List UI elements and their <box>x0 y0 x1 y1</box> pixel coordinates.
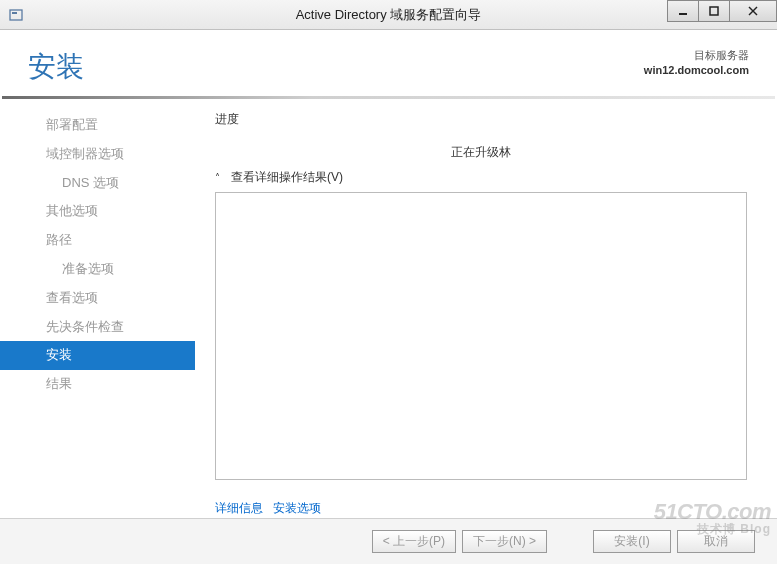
close-button[interactable] <box>729 0 777 22</box>
header-divider <box>2 96 775 99</box>
app-icon <box>8 7 24 23</box>
wizard-steps-sidebar: 部署配置域控制器选项DNS 选项其他选项路径准备选项查看选项先决条件检查安装结果 <box>0 107 195 509</box>
wizard-footer: < 上一步(P) 下一步(N) > 安装(I) 取消 <box>0 518 777 564</box>
previous-button[interactable]: < 上一步(P) <box>372 530 456 553</box>
svg-rect-0 <box>10 10 22 20</box>
next-button[interactable]: 下一步(N) > <box>462 530 547 553</box>
target-server-info: 目标服务器 win12.domcool.com <box>644 48 749 79</box>
install-options-link[interactable]: 安装选项 <box>273 500 321 517</box>
sidebar-item[interactable]: 域控制器选项 <box>0 140 195 169</box>
page-title: 安装 <box>28 48 84 86</box>
content-area: 部署配置域控制器选项DNS 选项其他选项路径准备选项查看选项先决条件检查安装结果… <box>0 107 777 509</box>
main-panel: 进度 正在升级林 ˄ 查看详细操作结果(V) 详细信息 安装选项 <box>195 107 777 509</box>
sidebar-item[interactable]: 查看选项 <box>0 284 195 313</box>
install-button[interactable]: 安装(I) <box>593 530 671 553</box>
sidebar-item[interactable]: DNS 选项 <box>0 169 195 198</box>
window-controls <box>668 0 777 22</box>
expander-label: 查看详细操作结果(V) <box>231 169 343 186</box>
details-expander[interactable]: ˄ 查看详细操作结果(V) <box>215 169 747 186</box>
maximize-button[interactable] <box>698 0 730 22</box>
results-textbox[interactable] <box>215 192 747 480</box>
status-text: 正在升级林 <box>215 144 747 161</box>
progress-label: 进度 <box>215 111 747 128</box>
chevron-up-icon: ˄ <box>215 172 225 183</box>
header: 安装 目标服务器 win12.domcool.com <box>0 30 777 96</box>
sidebar-item[interactable]: 部署配置 <box>0 111 195 140</box>
window-title: Active Directory 域服务配置向导 <box>296 6 482 24</box>
sidebar-item[interactable]: 准备选项 <box>0 255 195 284</box>
sidebar-item[interactable]: 其他选项 <box>0 197 195 226</box>
target-server-label: 目标服务器 <box>644 48 749 63</box>
sidebar-item[interactable]: 先决条件检查 <box>0 313 195 342</box>
sidebar-item[interactable]: 结果 <box>0 370 195 399</box>
sidebar-item[interactable]: 安装 <box>0 341 195 370</box>
svg-rect-1 <box>12 12 17 14</box>
target-server-value: win12.domcool.com <box>644 63 749 78</box>
titlebar: Active Directory 域服务配置向导 <box>0 0 777 30</box>
svg-rect-3 <box>710 7 718 15</box>
cancel-button[interactable]: 取消 <box>677 530 755 553</box>
help-links: 详细信息 安装选项 <box>215 500 747 517</box>
minimize-button[interactable] <box>667 0 699 22</box>
sidebar-item[interactable]: 路径 <box>0 226 195 255</box>
details-link[interactable]: 详细信息 <box>215 500 263 517</box>
